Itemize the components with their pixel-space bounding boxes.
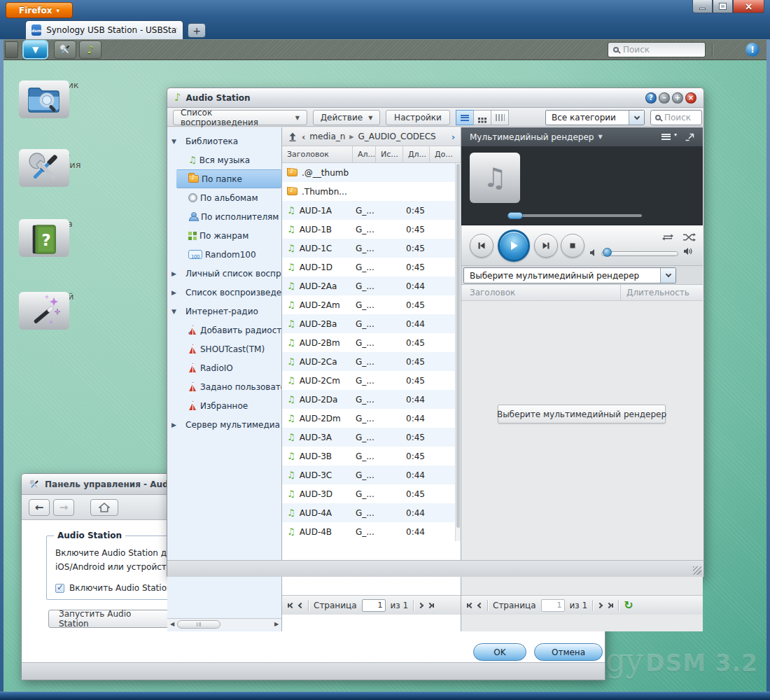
track-row[interactable]: AUD-1D G_... 0:45 [282, 258, 456, 276]
track-row[interactable]: AUD-2Am G_... 0:45 [282, 295, 456, 314]
last-page-button[interactable] [428, 603, 434, 608]
taskbar-search[interactable] [608, 42, 706, 57]
sidebar-item[interactable]: ▶ Сервер мультимедиа [167, 415, 281, 434]
resize-grip[interactable] [693, 566, 701, 575]
next-page-button[interactable] [419, 603, 423, 608]
action-dropdown-button[interactable]: Действие ▼ [313, 110, 380, 125]
volume-loud-icon[interactable] [683, 246, 693, 256]
seek-slider[interactable] [507, 214, 642, 217]
sidebar-item[interactable]: ▼ Интернет-радио [167, 302, 281, 321]
track-row[interactable]: .@__thumb [282, 163, 456, 182]
forward-button[interactable]: → [53, 499, 74, 516]
column-header-track[interactable]: До... [430, 146, 461, 162]
track-row[interactable]: AUD-2Ba G_... 0:44 [282, 314, 456, 333]
renderer-header[interactable]: Мультимедийный рендерер ▼ [461, 127, 703, 146]
firefox-menu-button[interactable]: Firefox ▾ [6, 2, 73, 18]
scrollbar-thumb[interactable] [456, 164, 460, 528]
audio-station-titlebar[interactable]: ♪ Audio Station ? – + × [167, 88, 704, 108]
track-row[interactable]: AUD-2Bm G_... 0:45 [282, 333, 456, 352]
category-select[interactable]: Все категории [545, 110, 645, 125]
track-row[interactable]: AUD-1B G_... 0:45 [282, 220, 456, 239]
volume-mute-icon[interactable] [589, 248, 596, 257]
sidebar-item[interactable]: Избранное [167, 396, 281, 415]
sidebar-horizontal-scrollbar[interactable]: ◀ ▶ [167, 618, 281, 629]
play-button[interactable] [498, 230, 530, 262]
queue-column-title[interactable]: Заголовок [461, 285, 621, 300]
choose-renderer-button[interactable]: Выберите мультимедийный рендерер [498, 405, 666, 424]
track-row[interactable]: AUD-2Aa G_... 0:44 [282, 276, 456, 295]
first-page-button[interactable] [288, 603, 294, 608]
sidebar-item[interactable]: SHOUTcast(TM) [167, 340, 281, 358]
previous-page-button[interactable] [478, 603, 482, 608]
folder-up-icon[interactable] [288, 132, 298, 141]
shuffle-icon[interactable] [682, 232, 696, 242]
repeat-icon[interactable] [661, 232, 675, 242]
column-header-album[interactable]: Ал... [353, 146, 376, 162]
help-button[interactable]: ? [645, 92, 657, 104]
main-menu-button[interactable]: ▼ [22, 40, 48, 59]
sidebar-item[interactable]: ▼ Библиотека [167, 132, 281, 150]
track-row[interactable]: AUD-3A G_... 0:45 [282, 428, 456, 447]
sidebar-item[interactable]: По альбомам [167, 188, 281, 207]
list-vertical-scrollbar[interactable] [455, 163, 461, 541]
page-number-input[interactable] [541, 599, 565, 612]
sidebar-item[interactable]: ▶ Список воспроизведени [167, 283, 281, 302]
column-header-duration[interactable]: Дл... [403, 146, 430, 162]
taskbar-audio-station-button[interactable]: ♪ [79, 41, 102, 59]
scroll-left-icon[interactable]: ◀ [167, 621, 177, 627]
sidebar-item[interactable]: Вся музыка [167, 150, 281, 169]
sidebar-item[interactable]: Добавить радиостанц [167, 321, 281, 340]
sidebar-item[interactable]: Задано пользователе [167, 377, 281, 396]
queue-column-duration[interactable]: Длительность [621, 288, 703, 298]
view-coverflow-button[interactable] [491, 110, 509, 125]
close-button[interactable]: × [733, 0, 764, 13]
track-row[interactable]: AUD-4B G_... 0:44 [282, 522, 456, 541]
track-row[interactable]: AUD-3D G_... 0:45 [282, 484, 456, 503]
track-row[interactable]: AUD-1C G_... 0:45 [282, 239, 456, 258]
sidebar-item[interactable]: ▶ Личный список воспрои [167, 264, 281, 283]
home-button[interactable] [90, 499, 118, 516]
dock-panel-icon[interactable] [685, 133, 694, 141]
maximize-button[interactable]: + [672, 92, 683, 104]
page-number-input[interactable] [362, 599, 386, 612]
track-row[interactable]: AUD-2Dm G_... 0:44 [282, 409, 456, 428]
stop-button[interactable] [561, 234, 584, 258]
track-row[interactable]: AUD-3C G_... 0:44 [282, 465, 456, 484]
taskbar-search-input[interactable] [623, 45, 693, 55]
info-icon[interactable]: ! [746, 43, 760, 57]
refresh-icon[interactable]: ↻ [624, 600, 633, 611]
volume-slider[interactable] [601, 251, 678, 256]
last-page-button[interactable] [607, 603, 613, 608]
sidebar-item[interactable]: По исполнителям [167, 207, 281, 226]
taskbar-control-panel-button[interactable] [54, 41, 76, 59]
sidebar-item[interactable]: RadioIO [167, 358, 281, 377]
breadcrumb-forward-icon[interactable]: › [451, 132, 455, 142]
audio-search[interactable] [650, 110, 702, 125]
column-header-title[interactable]: Заголовок [282, 146, 353, 162]
minimize-button[interactable] [692, 0, 713, 13]
track-row[interactable]: AUD-4A G_... 0:44 [282, 503, 456, 522]
close-button[interactable]: × [685, 92, 696, 104]
scrollbar-thumb[interactable] [177, 620, 220, 629]
track-row[interactable]: AUD-3B G_... 0:45 [282, 447, 456, 465]
seek-handle[interactable] [507, 212, 523, 219]
volume-handle[interactable] [603, 248, 612, 257]
next-page-button[interactable] [598, 603, 602, 608]
sidebar-item[interactable]: По папке [176, 169, 281, 188]
audio-search-input[interactable] [664, 113, 695, 122]
desktop-icon-explorer[interactable]: Проводник [10, 74, 94, 91]
settings-button[interactable]: Настройки [386, 110, 450, 125]
desktop-icon-control-panel[interactable]: Панель управления [10, 143, 94, 172]
breadcrumb-segment[interactable]: G_AUDIO_CODECS [358, 132, 436, 141]
checkbox-checked-icon[interactable] [55, 584, 64, 593]
track-row[interactable]: AUD-2Ca G_... 0:45 [282, 352, 456, 371]
minimize-button[interactable]: – [659, 92, 670, 104]
playlist-dropdown-button[interactable]: Список воспроизведения ▼ [173, 110, 307, 125]
previous-track-button[interactable] [470, 234, 493, 258]
renderer-select[interactable]: Выберите мультимедийный рендерер [463, 267, 676, 284]
back-button[interactable]: ← [29, 499, 50, 516]
track-row[interactable]: AUD-2Da G_... 0:44 [282, 390, 456, 409]
breadcrumb-back-icon[interactable]: ‹ [302, 132, 305, 142]
track-row[interactable]: AUD-2Cm G_... 0:45 [282, 371, 456, 390]
desktop-icon-quick-start[interactable]: Быстрый старт [10, 286, 94, 314]
